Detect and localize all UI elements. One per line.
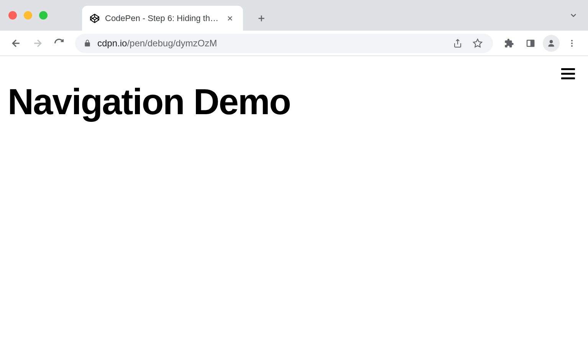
hamburger-icon bbox=[561, 68, 575, 70]
hamburger-icon bbox=[561, 73, 575, 75]
share-button[interactable] bbox=[451, 36, 465, 50]
tab-title: CodePen - Step 6: Hiding the li bbox=[105, 13, 220, 23]
window-controls bbox=[8, 11, 48, 20]
svg-point-13 bbox=[550, 40, 553, 43]
url-path: /pen/debug/dymzOzM bbox=[127, 38, 217, 48]
menu-button[interactable] bbox=[563, 34, 581, 52]
reload-button[interactable] bbox=[50, 34, 68, 52]
url-text: cdpn.io/pen/debug/dymzOzM bbox=[97, 38, 445, 49]
maximize-window-button[interactable] bbox=[39, 11, 48, 20]
tabs-dropdown-button[interactable] bbox=[569, 11, 578, 20]
browser-chrome: CodePen - Step 6: Hiding the li bbox=[0, 0, 588, 56]
back-button[interactable] bbox=[7, 34, 25, 52]
svg-point-15 bbox=[571, 43, 573, 44]
svg-point-16 bbox=[571, 45, 573, 47]
address-bar[interactable]: cdpn.io/pen/debug/dymzOzM bbox=[75, 34, 493, 53]
hamburger-icon bbox=[561, 77, 575, 79]
lock-icon bbox=[84, 39, 91, 47]
close-tab-button[interactable] bbox=[225, 13, 235, 24]
tab-bar: CodePen - Step 6: Hiding the li bbox=[0, 0, 588, 31]
browser-toolbar: cdpn.io/pen/debug/dymzOzM bbox=[0, 31, 588, 56]
url-domain: cdpn.io bbox=[97, 38, 127, 48]
page-content: Navigation Demo bbox=[0, 56, 588, 129]
svg-rect-12 bbox=[531, 40, 534, 46]
svg-point-14 bbox=[571, 40, 573, 41]
page-heading: Navigation Demo bbox=[8, 82, 580, 121]
minimize-window-button[interactable] bbox=[24, 11, 32, 20]
browser-tab[interactable]: CodePen - Step 6: Hiding the li bbox=[82, 6, 243, 31]
bookmark-button[interactable] bbox=[471, 36, 485, 50]
codepen-icon bbox=[90, 13, 100, 23]
profile-button[interactable] bbox=[543, 35, 560, 52]
extensions-button[interactable] bbox=[500, 34, 518, 52]
svg-marker-10 bbox=[473, 39, 482, 47]
side-panel-button[interactable] bbox=[521, 34, 540, 52]
close-window-button[interactable] bbox=[8, 11, 17, 20]
new-tab-button[interactable] bbox=[252, 9, 271, 28]
hamburger-menu-button[interactable] bbox=[561, 68, 575, 79]
forward-button[interactable] bbox=[28, 34, 47, 52]
